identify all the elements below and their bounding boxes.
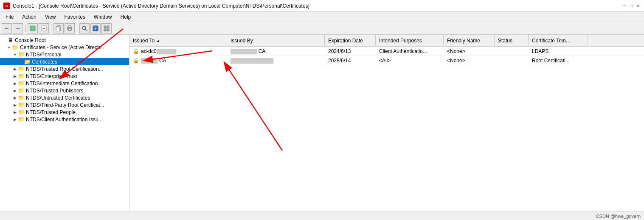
col-header-friendly-name[interactable]: Friendly Name <box>444 35 495 46</box>
issued-by-redacted: █████████████ <box>231 58 273 63</box>
export-button[interactable]: f <box>90 23 101 33</box>
folder-icon: 📁 <box>18 95 25 101</box>
col-header-cert-template[interactable]: Certificate Tem... <box>529 35 588 46</box>
svg-rect-5 <box>56 27 60 31</box>
app-icon: C <box>3 3 10 9</box>
col-header-status[interactable]: Status <box>495 35 529 46</box>
sidebar-item-label: NTDS\Intermediate Certification... <box>26 81 102 86</box>
forward-button[interactable]: → <box>13 23 23 33</box>
col-header-issued-by[interactable]: Issued By <box>227 35 325 46</box>
expand-icon: ▶ <box>12 95 18 101</box>
sidebar-item-ntds-trusted-pub[interactable]: ▶ 📁 NTDS\Trusted Publishers <box>0 87 129 94</box>
issued-to-redacted: ██████ <box>157 49 177 54</box>
issued-by-redacted: ████████ <box>231 49 257 54</box>
sidebar-tree: 🖥 Console Root ▾ 📁 Certificates - Servic… <box>0 35 129 212</box>
svg-rect-15 <box>104 29 106 31</box>
folder-icon: 📁 <box>18 102 25 108</box>
menu-window[interactable]: Window <box>90 13 116 21</box>
folder-icon: 📁 <box>18 109 25 115</box>
maximize-button[interactable]: □ <box>629 3 634 8</box>
certificates-table: 🔒 ad-dc0██████ ████████ CA 2024/6/13 Cli… <box>129 47 644 212</box>
view-button[interactable] <box>101 23 112 33</box>
up-button[interactable]: ↑ <box>28 23 38 33</box>
sort-icon: ▲ <box>156 39 160 43</box>
cell-intended-purposes: <All> <box>376 57 444 64</box>
cell-intended-purposes: Client Authenticatio... <box>376 47 444 55</box>
cell-expiration-date: 2028/6/14 <box>325 57 376 64</box>
sidebar-item-label: NTDS\Personal <box>26 52 61 58</box>
sidebar-item-ntds-third-party[interactable]: ▶ 📁 NTDS\Third-Party Root Certificat... <box>0 101 129 109</box>
issued-to-redacted: █████ <box>141 58 157 63</box>
expand-icon <box>2 37 8 43</box>
expand-icon: ▶ <box>12 73 18 79</box>
sidebar-item-label: Console Root <box>15 37 46 43</box>
col-header-issued-to[interactable]: Issued To ▲ <box>129 35 227 46</box>
menu-view[interactable]: View <box>41 13 60 21</box>
right-panel: Issued To ▲ Issued By Expiration Date In… <box>129 35 644 212</box>
menu-favorites[interactable]: Favorites <box>61 13 89 21</box>
svg-line-10 <box>85 29 87 31</box>
show-hide-button[interactable] <box>39 23 49 33</box>
status-bar: CSDN @hwe_govern <box>0 212 644 220</box>
folder-icon: 📁 <box>18 80 25 86</box>
sidebar-item-label: Certificates - Service (Active Directo..… <box>20 45 106 50</box>
close-button[interactable]: ✕ <box>636 3 641 8</box>
copy-button[interactable] <box>53 23 64 33</box>
back-button[interactable]: ← <box>2 23 12 33</box>
print-button[interactable] <box>65 23 75 33</box>
sidebar-item-ntds-intermediate[interactable]: ▶ 📁 NTDS\Intermediate Certification... <box>0 80 129 87</box>
table-row[interactable]: 🔒 █████-CA █████████████ 2028/6/14 <All>… <box>129 56 644 65</box>
minimize-button[interactable]: ─ <box>622 3 627 8</box>
sidebar-item-label: NTDS\Enterprise Trust <box>26 73 77 79</box>
folder-icon: 📁 <box>18 51 25 58</box>
cert-icon: 🔒 <box>133 58 139 64</box>
menu-help[interactable]: Help <box>117 13 135 21</box>
svg-rect-14 <box>107 26 109 28</box>
cell-friendly-name: <None> <box>444 57 495 64</box>
sidebar-item-ntds-client-auth[interactable]: ▶ 📁 NTDS\Client Authentication Issu... <box>0 116 129 123</box>
sidebar-item-ntds-enterprise[interactable]: ▶ 📁 NTDS\Enterprise Trust <box>0 72 129 80</box>
expand-icon-certs-node <box>18 59 24 65</box>
sidebar-item-label: NTDS\Trusted People <box>26 109 76 115</box>
window-title: Console1 - [Console Root\Certificates - … <box>13 3 309 9</box>
col-header-expiration-date[interactable]: Expiration Date <box>325 35 376 46</box>
toolbar-separator-3 <box>77 24 77 33</box>
menu-bar: File Action View Favorites Window Help <box>0 12 644 22</box>
sidebar-item-ntds-untrusted[interactable]: ▶ 📁 NTDS\Untrusted Certificates <box>0 94 129 101</box>
cell-issued-to: 🔒 █████-CA <box>129 57 227 64</box>
cell-cert-template: Root Certificati... <box>529 57 588 64</box>
cell-friendly-name: <None> <box>444 47 495 55</box>
issued-by-suffix: CA <box>257 48 265 54</box>
monitor-icon: 🖥 <box>8 37 13 43</box>
menu-file[interactable]: File <box>2 13 17 21</box>
folder-icon: 📁 <box>18 116 25 123</box>
cell-issued-by: ████████ CA <box>227 47 325 55</box>
sidebar-item-label: Certificates <box>32 59 57 65</box>
svg-point-9 <box>82 26 86 30</box>
expand-icon: ▶ <box>12 109 18 115</box>
sidebar-item-ntds-trusted-root[interactable]: ▶ 📁 NTDS\Trusted Root Certification... <box>0 65 129 72</box>
folder-icon: 📁 <box>24 58 31 65</box>
expand-icon: ▶ <box>12 102 18 108</box>
expand-icon: ▶ <box>12 117 18 123</box>
sidebar-item-label: NTDS\Client Authentication Issu... <box>26 117 103 123</box>
title-bar: C Console1 - [Console Root\Certificates … <box>0 0 644 12</box>
svg-rect-8 <box>68 29 71 31</box>
cell-expiration-date: 2024/6/13 <box>325 47 376 55</box>
folder-icon: 📁 <box>18 73 25 79</box>
search-button[interactable] <box>79 23 90 33</box>
issued-to-prefix: ad-dc0 <box>141 48 157 54</box>
table-row[interactable]: 🔒 ad-dc0██████ ████████ CA 2024/6/13 Cli… <box>129 47 644 56</box>
col-header-intended-purposes[interactable]: Intended Purposes <box>376 35 444 46</box>
svg-text:f: f <box>95 27 96 31</box>
sidebar-item-ntds-trusted-people[interactable]: ▶ 📁 NTDS\Trusted People <box>0 109 129 116</box>
cert-icon: 🔒 <box>133 48 139 54</box>
menu-action[interactable]: Action <box>18 13 40 21</box>
svg-rect-13 <box>104 26 106 28</box>
main-area: 🖥 Console Root ▾ 📁 Certificates - Servic… <box>0 35 644 212</box>
sidebar-item-certs-service[interactable]: ▾ 📁 Certificates - Service (Active Direc… <box>0 44 129 51</box>
sidebar-item-certificates[interactable]: 📁 Certificates <box>0 58 129 65</box>
sidebar-item-console-root[interactable]: 🖥 Console Root <box>0 36 129 44</box>
sidebar-item-ntds-personal[interactable]: ▾ 📁 NTDS\Personal <box>0 51 129 58</box>
expand-icon-ntds-personal: ▾ <box>12 52 18 58</box>
